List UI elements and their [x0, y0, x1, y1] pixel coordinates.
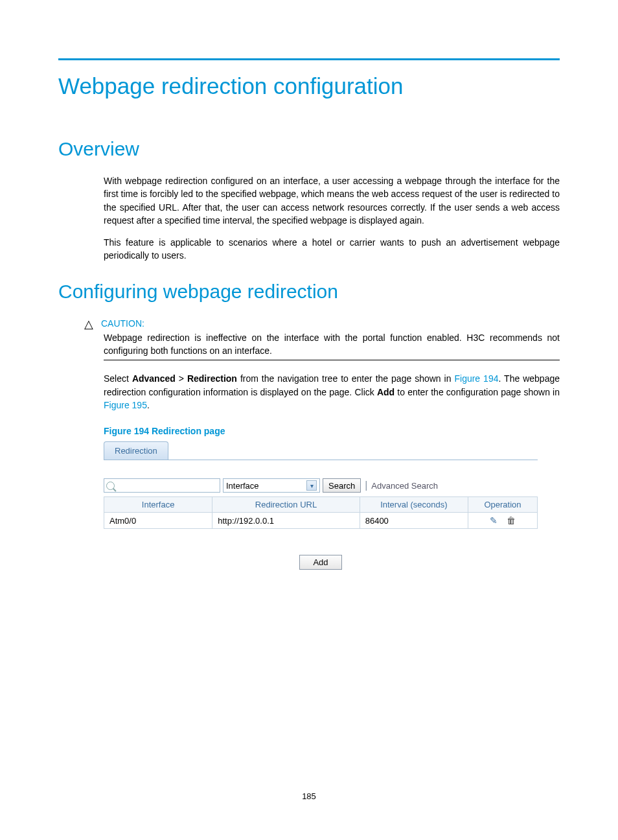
add-button[interactable]: Add	[299, 555, 341, 570]
page-number: 185	[0, 791, 618, 801]
advanced-search-link[interactable]: Advanced Search	[371, 481, 438, 491]
col-interval[interactable]: Interval (seconds)	[360, 497, 468, 513]
link-figure-194[interactable]: Figure 194	[454, 373, 498, 384]
dropdown-value: Interface	[226, 481, 259, 491]
caution-label: CAUTION:	[101, 318, 144, 329]
caution-text: Webpage redirection is ineffective on th…	[104, 331, 560, 358]
col-operation[interactable]: Operation	[468, 497, 537, 513]
col-interface[interactable]: Interface	[104, 497, 212, 513]
text: >	[176, 373, 187, 384]
figure-194-screenshot: Redirection Interface ▾ Search | Advance…	[104, 441, 538, 570]
overview-para-2: This feature is applicable to scenarios …	[104, 236, 560, 262]
add-bold: Add	[377, 387, 395, 397]
cell-url: http://192.0.0.1	[212, 513, 360, 529]
search-icon	[106, 482, 115, 490]
separator: |	[365, 480, 367, 491]
nav-redirection: Redirection	[187, 373, 237, 384]
edit-icon[interactable]: ✎	[490, 515, 498, 526]
cell-interface: Atm0/0	[104, 513, 212, 529]
table-row: Atm0/0 http://192.0.0.1 86400 ✎ 🗑	[104, 513, 538, 529]
text: .	[147, 400, 150, 410]
search-button[interactable]: Search	[323, 478, 361, 493]
col-url[interactable]: Redirection URL	[212, 497, 360, 513]
caution-icon: △	[84, 318, 93, 330]
search-input[interactable]	[104, 478, 220, 493]
figure-194-caption: Figure 194 Redirection page	[104, 426, 560, 436]
trash-icon[interactable]: 🗑	[507, 515, 516, 526]
tab-redirection[interactable]: Redirection	[104, 441, 168, 460]
redirection-table: Interface Redirection URL Interval (seco…	[104, 496, 538, 529]
section-overview-heading: Overview	[58, 138, 560, 160]
search-field-dropdown[interactable]: Interface ▾	[223, 478, 320, 493]
text: from the navigation tree to enter the pa…	[237, 373, 455, 384]
page-title: Webpage redirection configuration	[58, 73, 560, 99]
section-configuring-heading: Configuring webpage redirection	[58, 281, 560, 303]
nav-advanced: Advanced	[132, 373, 176, 384]
overview-para-1: With webpage redirection configured on a…	[104, 174, 560, 227]
text: Select	[104, 373, 132, 384]
cell-interval: 86400	[360, 513, 468, 529]
link-figure-195[interactable]: Figure 195	[104, 400, 147, 410]
configuring-para: Select Advanced > Redirection from the n…	[104, 372, 560, 412]
text: to enter the configuration page shown in	[395, 387, 560, 397]
chevron-down-icon: ▾	[306, 480, 317, 491]
